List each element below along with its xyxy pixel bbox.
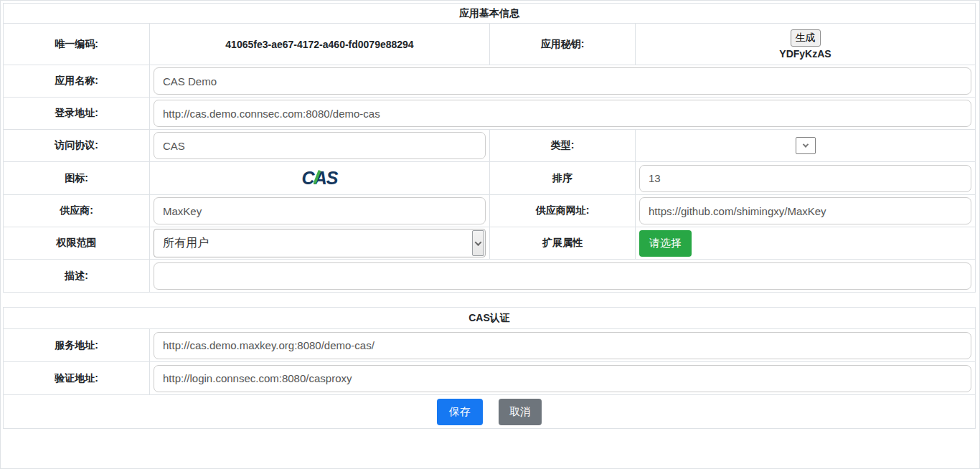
scope-select-value: 所有用户 — [154, 229, 471, 257]
protocol-input[interactable] — [154, 132, 486, 159]
scope-select-arrow[interactable] — [472, 230, 484, 256]
action-button-bar: 保存 取消 — [4, 395, 975, 428]
basic-info-title: 应用基本信息 — [4, 4, 975, 23]
vendor-input[interactable] — [154, 197, 486, 224]
row-validate-url: 验证地址: — [4, 361, 975, 394]
generate-secret-button[interactable]: 生成 — [791, 29, 821, 47]
save-button[interactable]: 保存 — [437, 399, 483, 425]
validate-url-input[interactable] — [154, 365, 971, 392]
row-icon-sort: 图标: CAS 排序 — [4, 161, 975, 194]
service-url-cell — [150, 329, 975, 361]
unique-code-value: 41065fe3-ae67-4172-a460-fd0079e88294 — [150, 39, 489, 50]
unique-code-label: 唯一编码: — [4, 24, 150, 65]
ext-attr-select-button[interactable]: 请选择 — [639, 230, 692, 257]
app-name-label: 应用名称: — [4, 65, 150, 97]
basic-info-panel: 应用基本信息 唯一编码: 41065fe3-ae67-4172-a460-fd0… — [3, 3, 976, 293]
scope-cell: 所有用户 — [150, 227, 490, 259]
row-app-name: 应用名称: — [4, 65, 975, 97]
sort-cell — [636, 162, 975, 194]
validate-url-cell — [150, 362, 975, 394]
app-secret-cell: 生成 YDFyKzAS — [636, 24, 975, 65]
row-unique-code: 唯一编码: 41065fe3-ae67-4172-a460-fd0079e882… — [4, 23, 975, 65]
type-label: 类型: — [490, 130, 636, 161]
vendor-url-input[interactable] — [639, 197, 971, 224]
login-url-cell — [150, 98, 975, 129]
description-cell — [150, 260, 975, 292]
service-url-input[interactable] — [154, 332, 971, 359]
type-select[interactable] — [796, 137, 816, 154]
sort-input[interactable] — [639, 165, 971, 192]
ext-attr-cell: 请选择 — [636, 227, 975, 259]
service-url-label: 服务地址: — [4, 329, 150, 361]
app-name-cell — [150, 65, 975, 97]
scope-select[interactable]: 所有用户 — [154, 229, 486, 257]
row-login-url: 登录地址: — [4, 97, 975, 129]
login-url-input[interactable] — [154, 100, 971, 127]
description-label: 描述: — [4, 260, 150, 292]
icon-label: 图标: — [4, 162, 150, 194]
row-description: 描述: — [4, 259, 975, 292]
cancel-button[interactable]: 取消 — [499, 399, 542, 425]
vendor-label: 供应商: — [4, 195, 150, 227]
unique-code-cell: 41065fe3-ae67-4172-a460-fd0079e88294 — [150, 24, 490, 65]
app-secret-label: 应用秘钥: — [490, 24, 636, 65]
protocol-label: 访问协议: — [4, 130, 150, 161]
vendor-url-cell — [636, 195, 975, 227]
row-vendor: 供应商: 供应商网址: — [4, 194, 975, 227]
vendor-url-label: 供应商网址: — [490, 195, 636, 227]
chevron-down-icon — [802, 141, 808, 147]
chevron-down-icon — [475, 239, 482, 246]
cas-auth-panel: CAS认证 服务地址: 验证地址: 保存 取消 — [3, 307, 976, 429]
app-secret-value: YDFyKzAS — [779, 48, 831, 60]
app-name-input[interactable] — [154, 67, 971, 95]
scope-label: 权限范围 — [4, 227, 150, 259]
row-actions: 保存 取消 — [4, 394, 975, 428]
vendor-cell — [150, 195, 490, 227]
ext-attr-label: 扩展属性 — [490, 227, 636, 259]
protocol-cell — [150, 130, 490, 161]
row-service-url: 服务地址: — [4, 328, 975, 361]
type-cell — [636, 130, 975, 161]
sort-label: 排序 — [490, 162, 636, 194]
row-scope-ext: 权限范围 所有用户 扩展属性 请选择 — [4, 227, 975, 259]
app-config-page: 应用基本信息 唯一编码: 41065fe3-ae67-4172-a460-fd0… — [0, 0, 980, 469]
row-protocol-type: 访问协议: 类型: — [4, 129, 975, 161]
icon-cell: CAS — [150, 162, 490, 194]
description-input[interactable] — [154, 262, 971, 290]
validate-url-label: 验证地址: — [4, 362, 150, 394]
cas-auth-title: CAS认证 — [4, 308, 975, 328]
login-url-label: 登录地址: — [4, 98, 150, 129]
cas-logo: CAS — [302, 169, 338, 187]
